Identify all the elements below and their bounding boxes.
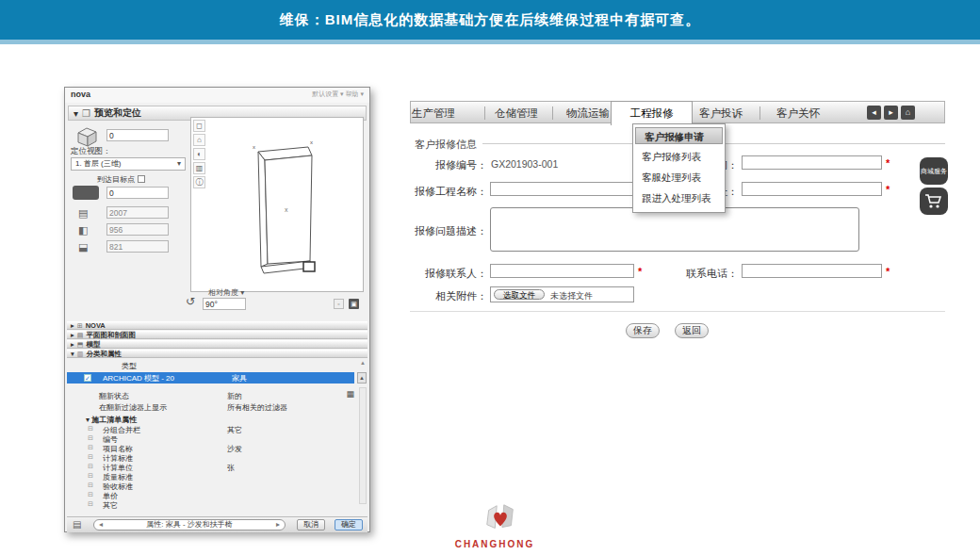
orbit-icon[interactable]: ◐ [193, 148, 205, 160]
nova-window-title: nova [71, 90, 90, 101]
section-icon[interactable]: ▥ [193, 162, 205, 174]
display-mode-icon[interactable]: ▫ [334, 299, 344, 309]
panel-icon: ❐ [82, 108, 90, 119]
target-point-checkbox[interactable] [138, 175, 145, 183]
subsection-header[interactable]: ▾ 施工清单属性 [86, 415, 137, 425]
item-value[interactable]: 其它 [227, 425, 242, 435]
menu-item-service-list[interactable]: 客服处理列表 [633, 167, 725, 188]
tab-complaints[interactable]: 客户投诉 [687, 102, 755, 124]
phone-input[interactable] [742, 264, 882, 278]
cart-icon [924, 193, 943, 210]
required-asterisk: * [886, 266, 890, 277]
nav-forward-icon[interactable]: ▸ [884, 106, 898, 120]
back-button[interactable]: 返回 [675, 323, 709, 338]
offset-input[interactable] [106, 187, 169, 199]
shopping-cart-badge[interactable] [920, 188, 948, 215]
item-label: 其它 [103, 500, 118, 511]
list-scrollbar[interactable] [359, 387, 367, 504]
height-field[interactable] [106, 240, 169, 253]
target-point-label: 到达目标点 [97, 174, 145, 185]
height-dimension-icon: ⬓ [78, 241, 88, 253]
item-icon: ⊟ [88, 425, 93, 433]
prop-value[interactable]: 新的 [227, 391, 242, 401]
preview-viewport[interactable]: ◻ ⌂ ◐ ▥ ⓘ x x x [190, 117, 364, 292]
section-plan-section[interactable]: ▸▤ 平面图和剖面图 [67, 331, 368, 339]
tab-separator [484, 106, 485, 120]
problem-desc-textarea[interactable] [490, 207, 859, 252]
section-plan-icon: ▤ [77, 332, 84, 339]
library-path-text: 属性: 家具 - 沙发和扶手椅 [146, 520, 233, 530]
row-spinner-button[interactable]: ▲ [357, 372, 367, 384]
repair-menu-dropdown: 客户报修申请 客户报修列表 客服处理列表 跟进入处理列表 [632, 123, 726, 213]
item-value[interactable]: 沙发 [227, 444, 242, 454]
tab-customer-care[interactable]: 客户关怀 [764, 102, 832, 124]
tab-engineering-repair[interactable]: 工程报修 [611, 101, 693, 125]
depth-field[interactable] [106, 223, 169, 236]
rotation-input[interactable] [106, 129, 169, 141]
scroll-up-icon[interactable]: ▲ [360, 360, 366, 366]
width-field[interactable] [106, 206, 169, 219]
item-icon: ⊟ [88, 463, 93, 470]
banner-strip [0, 40, 980, 44]
attachment-label: 相关附件： [393, 289, 487, 303]
finish-time-input[interactable] [742, 155, 882, 170]
width-dimension-icon: ▤ [78, 207, 88, 220]
section-model-label: 模型 [86, 340, 100, 350]
mall-service-badge-text: 商城服务 [921, 167, 947, 176]
rotate-icon[interactable]: ↺ [186, 295, 195, 308]
home-view-icon[interactable]: ⌂ [193, 134, 205, 146]
item-icon: ⊟ [88, 491, 93, 498]
item-value[interactable]: 张 [227, 463, 235, 473]
menu-item-repair-apply[interactable]: 客户报修申请 [635, 127, 723, 144]
combo-right-arrow-icon: ▸ [276, 520, 280, 530]
contact-input[interactable] [490, 264, 634, 278]
mall-service-badge[interactable]: 商城服务 [920, 157, 948, 185]
view-label: 定位视图： [71, 146, 111, 157]
selected-type-row[interactable]: ✓ ARCHICAD 模型 - 20 家具 [67, 372, 354, 384]
section-categories-label: 分类和属性 [86, 350, 122, 359]
tab-production[interactable]: 生产管理 [411, 102, 456, 124]
banner: 维保：BIM信息化的数据基础方便在后续维保过程中有据可查。 [0, 0, 980, 40]
marquee-icon[interactable]: ◻ [193, 120, 205, 132]
repair-no-label: 报修编号： [393, 158, 487, 172]
cube-icon [73, 125, 101, 148]
project-addr-input[interactable] [742, 182, 882, 196]
section-categories[interactable]: ▾▥ 分类和属性 [67, 350, 368, 358]
tab-logistics[interactable]: 物流运输 [562, 102, 614, 124]
chevron-down-icon: ▾ [86, 416, 90, 424]
view-select[interactable]: 1. 首层 (三维) ▾ [71, 157, 186, 171]
renovation-status-icon[interactable]: ▦ [346, 389, 354, 399]
section-nova[interactable]: ▸⊞ NOVA [67, 321, 368, 330]
depth-dimension-icon: ◧ [78, 224, 88, 237]
chevron-right-icon: ▸ [71, 340, 74, 349]
prop-value[interactable]: 所有相关的过滤器 [227, 402, 287, 413]
shaded-mode-icon[interactable]: ▣ [349, 299, 359, 309]
cancel-button[interactable]: 取消 [297, 519, 325, 531]
tab-warehouse[interactable]: 仓储管理 [494, 102, 539, 124]
view-rotation-input[interactable] [203, 298, 246, 310]
choose-file-button[interactable]: 选取文件 [494, 289, 545, 300]
item-icon: ⊟ [88, 453, 93, 461]
required-asterisk: * [638, 266, 642, 277]
changhong-brand-text: CHANGHONG [429, 539, 561, 549]
angle-mode-label[interactable]: 相对角度 ▾ [208, 287, 244, 298]
nav-back-icon[interactable]: ◂ [867, 106, 881, 120]
info-icon[interactable]: ⓘ [193, 176, 205, 188]
project-name-input[interactable] [490, 182, 634, 196]
type-checkbox[interactable]: ✓ [84, 374, 91, 382]
nav-home-icon[interactable]: ⌂ [901, 106, 915, 120]
library-path-combo[interactable]: ◂ 属性: 家具 - 沙发和扶手椅 ▸ [93, 519, 286, 531]
nova-titlebar-menu[interactable]: 默认设置 ▾ 帮助 ▾ [312, 90, 364, 101]
collapse-icon: ▾ [74, 108, 78, 119]
chevron-right-icon: ▸ [71, 321, 74, 330]
save-button[interactable]: 保存 [626, 323, 660, 338]
chevron-down-icon: ▾ [177, 158, 181, 170]
menu-item-followup-list[interactable]: 跟进入处理列表 [633, 188, 725, 208]
repair-no-value: GX201903-001 [491, 158, 558, 170]
banner-text: 维保：BIM信息化的数据基础方便在后续维保过程中有据可查。 [280, 11, 701, 29]
browser-icon[interactable]: ▤ [73, 519, 81, 530]
section-model[interactable]: ▸⬒ 模型 [67, 340, 368, 349]
ok-button[interactable]: 确定 [335, 519, 363, 531]
menu-item-repair-list[interactable]: 客户报修列表 [633, 146, 725, 167]
sofa-wireframe: x x x [191, 118, 365, 291]
